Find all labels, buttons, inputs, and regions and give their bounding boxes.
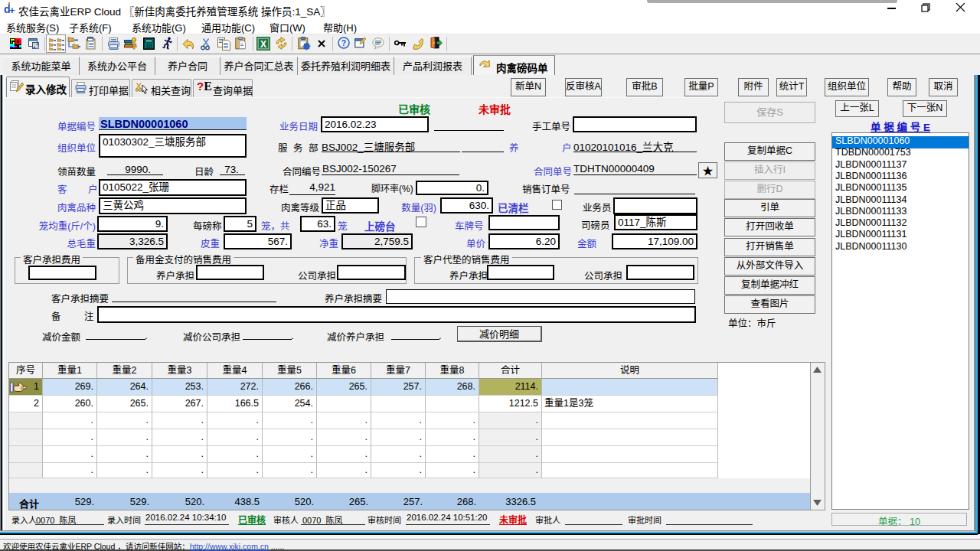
svg-text:?: ? [341, 38, 346, 47]
svg-text:+: + [9, 5, 15, 15]
svg-text:X: X [260, 39, 266, 50]
